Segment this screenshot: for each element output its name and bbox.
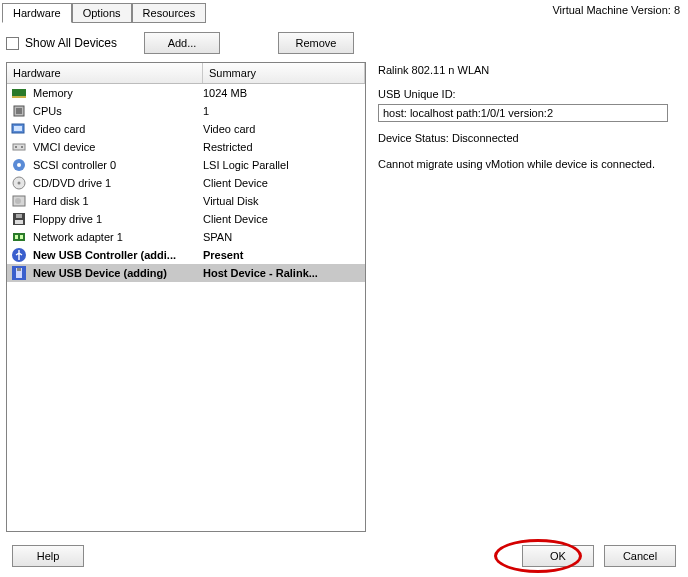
table-row[interactable]: CPUs1 xyxy=(7,102,365,120)
table-row[interactable]: Video cardVideo card xyxy=(7,120,365,138)
table-row[interactable]: SCSI controller 0LSI Logic Parallel xyxy=(7,156,365,174)
hardware-summary: Restricted xyxy=(203,141,365,153)
hardware-name: New USB Controller (addi... xyxy=(33,249,203,261)
hardware-summary: SPAN xyxy=(203,231,365,243)
hardware-name: Video card xyxy=(33,123,203,135)
remove-button[interactable]: Remove xyxy=(278,32,354,54)
hardware-summary: Client Device xyxy=(203,177,365,189)
svg-rect-0 xyxy=(12,89,26,96)
table-row[interactable]: New USB Device (adding)Host Device - Ral… xyxy=(7,264,365,282)
cancel-button[interactable]: Cancel xyxy=(604,545,676,567)
hardware-name: CPUs xyxy=(33,105,203,117)
hardware-name: New USB Device (adding) xyxy=(33,267,203,279)
vm-version-label: Virtual Machine Version: 8 xyxy=(552,4,680,16)
hardware-summary: 1024 MB xyxy=(203,87,365,99)
show-all-devices-checkbox[interactable]: Show All Devices xyxy=(6,36,117,50)
hardware-summary: Host Device - Ralink... xyxy=(203,267,365,279)
tab-hardware[interactable]: Hardware xyxy=(2,3,72,23)
device-title: Ralink 802.11 n WLAN xyxy=(378,64,678,76)
hardware-name: Memory xyxy=(33,87,203,99)
svg-point-12 xyxy=(18,182,21,185)
hardware-name: CD/DVD drive 1 xyxy=(33,177,203,189)
hardware-list[interactable]: Hardware Summary Memory1024 MBCPUs1Video… xyxy=(6,62,366,532)
top-controls: Show All Devices Add... Remove xyxy=(0,22,688,62)
svg-rect-3 xyxy=(16,108,22,114)
show-all-label: Show All Devices xyxy=(25,36,117,50)
migrate-warning: Cannot migrate using vMotion while devic… xyxy=(378,158,678,170)
nic-icon xyxy=(11,229,27,245)
hardware-name: Network adapter 1 xyxy=(33,231,203,243)
hardware-panel: Hardware Summary Memory1024 MBCPUs1Video… xyxy=(6,62,366,532)
table-row[interactable]: VMCI deviceRestricted xyxy=(7,138,365,156)
disk-icon xyxy=(11,193,27,209)
tab-options[interactable]: Options xyxy=(72,3,132,23)
memory-icon xyxy=(11,85,27,101)
table-row[interactable]: Network adapter 1SPAN xyxy=(7,228,365,246)
main-area: Hardware Summary Memory1024 MBCPUs1Video… xyxy=(0,62,688,532)
video-icon xyxy=(11,121,27,137)
ok-button[interactable]: OK xyxy=(522,545,594,567)
scsi-icon xyxy=(11,157,27,173)
hardware-summary: Video card xyxy=(203,123,365,135)
hardware-list-header: Hardware Summary xyxy=(7,63,365,84)
hardware-summary: 1 xyxy=(203,105,365,117)
table-row[interactable]: Memory1024 MB xyxy=(7,84,365,102)
device-status: Device Status: Disconnected xyxy=(378,132,678,144)
header-summary[interactable]: Summary xyxy=(203,63,365,83)
table-row[interactable]: Floppy drive 1Client Device xyxy=(7,210,365,228)
hardware-summary: LSI Logic Parallel xyxy=(203,159,365,171)
tab-resources[interactable]: Resources xyxy=(132,3,207,23)
svg-point-10 xyxy=(17,163,21,167)
checkbox-box[interactable] xyxy=(6,37,19,50)
bottom-bar: Help OK Cancel xyxy=(0,535,688,577)
svg-rect-19 xyxy=(15,235,18,239)
add-button[interactable]: Add... xyxy=(144,32,220,54)
floppy-icon xyxy=(11,211,27,227)
svg-rect-20 xyxy=(20,235,23,239)
tab-row: Hardware Options Resources Virtual Machi… xyxy=(0,0,688,22)
hardware-name: Floppy drive 1 xyxy=(33,213,203,225)
table-row[interactable]: Hard disk 1Virtual Disk xyxy=(7,192,365,210)
cpu-icon xyxy=(11,103,27,119)
table-row[interactable]: New USB Controller (addi...Present xyxy=(7,246,365,264)
svg-point-7 xyxy=(15,146,17,148)
hardware-summary: Present xyxy=(203,249,365,261)
vmci-icon xyxy=(11,139,27,155)
hardware-name: SCSI controller 0 xyxy=(33,159,203,171)
usb-dev-icon xyxy=(11,265,27,281)
svg-rect-5 xyxy=(14,126,22,131)
usb-id-label: USB Unique ID: xyxy=(378,88,678,100)
hardware-summary: Client Device xyxy=(203,213,365,225)
svg-rect-18 xyxy=(13,233,25,241)
hardware-list-body[interactable]: Memory1024 MBCPUs1Video cardVideo cardVM… xyxy=(7,84,365,531)
svg-rect-6 xyxy=(13,144,25,150)
details-panel: Ralink 802.11 n WLAN USB Unique ID: host… xyxy=(374,62,682,532)
svg-rect-1 xyxy=(12,96,26,98)
svg-rect-17 xyxy=(15,220,23,224)
cd-icon xyxy=(11,175,27,191)
hardware-summary: Virtual Disk xyxy=(203,195,365,207)
hardware-name: Hard disk 1 xyxy=(33,195,203,207)
usb-id-value: host: localhost path:1/0/1 version:2 xyxy=(378,104,668,122)
svg-rect-16 xyxy=(16,214,22,218)
svg-rect-24 xyxy=(17,268,21,271)
header-hardware[interactable]: Hardware xyxy=(7,63,203,83)
svg-point-8 xyxy=(21,146,23,148)
table-row[interactable]: CD/DVD drive 1Client Device xyxy=(7,174,365,192)
hardware-name: VMCI device xyxy=(33,141,203,153)
usb-ctrl-icon xyxy=(11,247,27,263)
svg-point-14 xyxy=(15,198,21,204)
help-button[interactable]: Help xyxy=(12,545,84,567)
